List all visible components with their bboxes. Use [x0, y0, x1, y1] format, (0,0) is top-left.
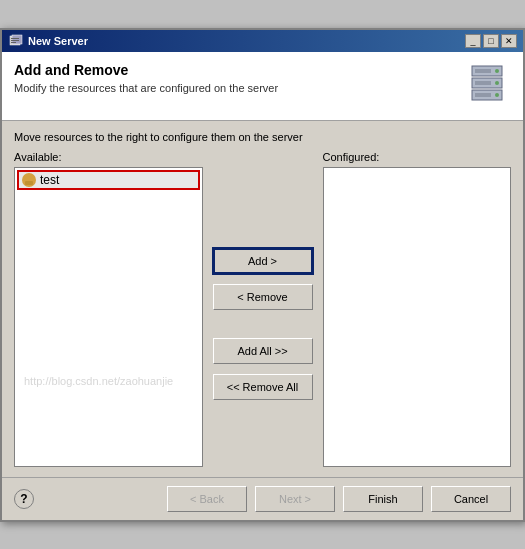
titlebar: New Server _ □ ✕	[2, 30, 523, 52]
window-icon	[8, 33, 24, 49]
header-title: Add and Remove	[14, 62, 463, 78]
titlebar-left: New Server	[8, 33, 88, 49]
help-icon: ?	[20, 492, 27, 506]
svg-rect-2	[11, 38, 19, 39]
svg-point-14	[25, 174, 33, 182]
content-area: Move resources to the right to configure…	[2, 121, 523, 477]
svg-rect-3	[11, 40, 19, 41]
svg-rect-13	[475, 93, 491, 97]
columns-row: Available: test h	[14, 151, 511, 467]
titlebar-controls[interactable]: _ □ ✕	[465, 34, 517, 48]
remove-all-button[interactable]: << Remove All	[213, 374, 313, 400]
close-button[interactable]: ✕	[501, 34, 517, 48]
svg-rect-4	[11, 42, 16, 43]
finish-button[interactable]: Finish	[343, 486, 423, 512]
server-icon	[463, 62, 511, 110]
action-buttons: Add > < Remove Add All >> << Remove All	[203, 151, 323, 467]
svg-rect-11	[475, 69, 491, 73]
help-button[interactable]: ?	[14, 489, 34, 509]
svg-rect-15	[25, 181, 33, 185]
footer-left: ?	[14, 489, 34, 509]
footer-right: < Back Next > Finish Cancel	[167, 486, 511, 512]
cancel-button[interactable]: Cancel	[431, 486, 511, 512]
configured-label: Configured:	[323, 151, 512, 163]
item-icon	[22, 173, 36, 187]
minimize-button[interactable]: _	[465, 34, 481, 48]
header: Add and Remove Modify the resources that…	[2, 52, 523, 121]
back-button[interactable]: < Back	[167, 486, 247, 512]
instruction-text: Move resources to the right to configure…	[14, 131, 511, 143]
svg-point-9	[495, 81, 499, 85]
footer: ? < Back Next > Finish Cancel	[2, 477, 523, 520]
configured-list[interactable]	[323, 167, 512, 467]
available-column: Available: test h	[14, 151, 203, 467]
window-title: New Server	[28, 35, 88, 47]
item-label: test	[40, 173, 59, 187]
svg-point-10	[495, 93, 499, 97]
available-list[interactable]: test	[14, 167, 203, 467]
configured-column: Configured:	[323, 151, 512, 467]
available-label: Available:	[14, 151, 203, 163]
header-text: Add and Remove Modify the resources that…	[14, 62, 463, 94]
maximize-button[interactable]: □	[483, 34, 499, 48]
add-all-button[interactable]: Add All >>	[213, 338, 313, 364]
add-button[interactable]: Add >	[213, 248, 313, 274]
remove-button[interactable]: < Remove	[213, 284, 313, 310]
list-item[interactable]: test	[17, 170, 200, 190]
header-subtitle: Modify the resources that are configured…	[14, 82, 463, 94]
svg-rect-12	[475, 81, 491, 85]
main-window: New Server _ □ ✕ Add and Remove Modify t…	[0, 28, 525, 522]
svg-point-8	[495, 69, 499, 73]
available-list-container: test http://blog.csdn.net/zaohuanjie	[14, 167, 203, 467]
next-button[interactable]: Next >	[255, 486, 335, 512]
